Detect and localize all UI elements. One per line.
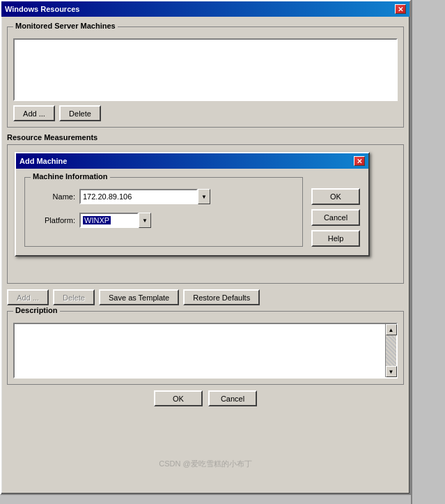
window-body: Monitored Server Machines Add ... Delete… xyxy=(1,17,409,412)
resource-add-button[interactable]: Add ... xyxy=(7,289,49,305)
modal-title: Add Machine xyxy=(19,157,67,165)
modal-body: Machine Information Name: ▼ xyxy=(16,169,368,255)
description-text-area: ▲ ▼ xyxy=(13,323,398,379)
platform-dropdown-arrow[interactable]: ▼ xyxy=(139,213,151,228)
resource-toolbar: Add ... Delete Save as Template Restore … xyxy=(7,289,404,305)
platform-select-wrapper[interactable]: WINXP ▼ xyxy=(79,213,151,228)
description-group: Description ▲ ▼ xyxy=(7,311,404,385)
platform-arrow-icon: ▼ xyxy=(142,217,148,224)
platform-value: WINXP xyxy=(83,216,111,224)
modal-buttons: OK Cancel Help xyxy=(311,177,360,247)
name-label: Name: xyxy=(33,192,75,201)
monitored-list[interactable] xyxy=(13,38,398,101)
name-dropdown-arrow[interactable]: ▼ xyxy=(198,189,210,204)
main-window: Windows Resources ✕ Monitored Server Mac… xyxy=(0,0,411,495)
name-field-row: Name: ▼ xyxy=(33,189,294,204)
machine-info-label: Machine Information xyxy=(31,172,110,181)
monitored-add-button[interactable]: Add ... xyxy=(13,105,55,121)
name-input[interactable] xyxy=(79,189,198,204)
close-icon: ✕ xyxy=(398,6,403,13)
modal-title-bar: Add Machine ✕ xyxy=(16,153,368,169)
description-content[interactable] xyxy=(15,324,385,377)
add-machine-dialog: Add Machine ✕ Machine Information Name: xyxy=(15,152,370,257)
restore-defaults-button[interactable]: Restore Defaults xyxy=(183,289,260,305)
resource-area: Add Machine ✕ Machine Information Name: xyxy=(7,144,404,284)
scroll-up-icon: ▲ xyxy=(389,327,394,333)
scroll-down-arrow[interactable]: ▼ xyxy=(386,366,397,377)
description-label: Description xyxy=(13,306,60,314)
modal-ok-button[interactable]: OK xyxy=(311,188,360,205)
cancel-button[interactable]: Cancel xyxy=(208,390,257,406)
machine-info-group: Machine Information Name: ▼ xyxy=(24,177,303,247)
scroll-down-icon: ▼ xyxy=(389,369,394,375)
final-buttons: OK Cancel xyxy=(7,390,404,406)
scroll-up-arrow[interactable]: ▲ xyxy=(386,324,397,335)
save-template-button[interactable]: Save as Template xyxy=(99,289,179,305)
platform-label: Platform: xyxy=(33,216,75,224)
ok-button[interactable]: OK xyxy=(154,390,203,406)
window-title: Windows Resources xyxy=(5,5,79,13)
scroll-track[interactable] xyxy=(386,335,396,366)
modal-cancel-button[interactable]: Cancel xyxy=(311,209,360,226)
modal-close-icon: ✕ xyxy=(357,158,362,165)
close-button[interactable]: ✕ xyxy=(395,4,406,14)
monitored-buttons: Add ... Delete xyxy=(13,105,398,121)
dropdown-arrow-icon: ▼ xyxy=(201,194,207,200)
watermark: CSDN @爱吃雪糕的小布丁 xyxy=(159,459,251,469)
resource-delete-button[interactable]: Delete xyxy=(53,289,95,305)
name-combo[interactable]: ▼ xyxy=(79,189,210,204)
modal-close-button[interactable]: ✕ xyxy=(354,156,365,166)
monitored-group: Monitored Server Machines Add ... Delete xyxy=(7,26,404,128)
monitored-delete-button[interactable]: Delete xyxy=(59,105,101,121)
right-panel xyxy=(411,0,445,504)
modal-help-button[interactable]: Help xyxy=(311,230,360,247)
platform-field-row: Platform: WINXP ▼ xyxy=(33,213,294,228)
platform-input[interactable]: WINXP xyxy=(79,213,139,228)
title-bar: Windows Resources ✕ xyxy=(1,1,409,17)
description-scrollbar: ▲ ▼ xyxy=(385,324,396,377)
resource-measurements-label: Resource Measurements xyxy=(7,133,404,142)
monitored-label: Monitored Server Machines xyxy=(13,22,118,30)
